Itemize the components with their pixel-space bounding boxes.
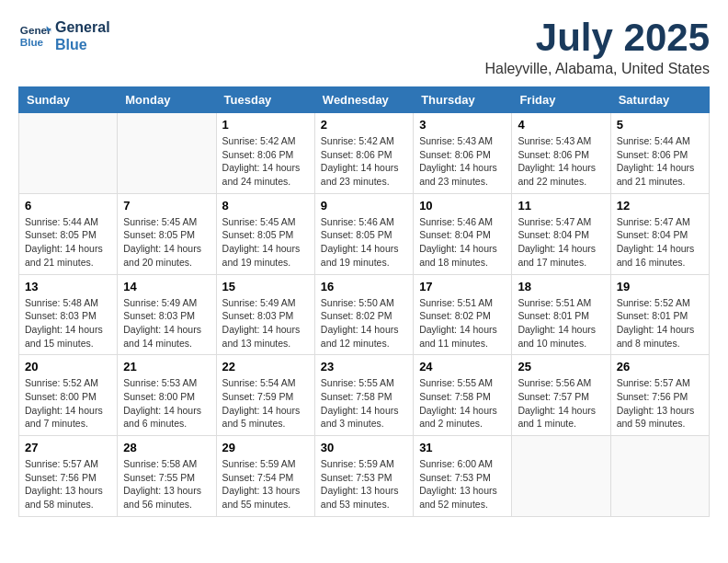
calendar-cell <box>19 113 118 194</box>
day-number: 23 <box>321 360 407 373</box>
day-info: Sunrise: 5:51 AM Sunset: 8:02 PM Dayligh… <box>419 296 506 350</box>
calendar-cell: 1Sunrise: 5:42 AM Sunset: 8:06 PM Daylig… <box>216 113 314 194</box>
calendar-cell: 9Sunrise: 5:46 AM Sunset: 8:05 PM Daylig… <box>314 193 413 274</box>
week-row-4: 20Sunrise: 5:52 AM Sunset: 8:00 PM Dayli… <box>19 355 710 436</box>
day-number: 9 <box>321 199 407 213</box>
day-info: Sunrise: 5:44 AM Sunset: 8:05 PM Dayligh… <box>25 215 111 270</box>
day-number: 19 <box>617 280 703 293</box>
calendar-cell: 28Sunrise: 5:58 AM Sunset: 7:55 PM Dayli… <box>118 436 216 517</box>
week-row-1: 1Sunrise: 5:42 AM Sunset: 8:06 PM Daylig… <box>19 113 710 194</box>
day-info: Sunrise: 5:51 AM Sunset: 8:01 PM Dayligh… <box>518 296 604 350</box>
calendar-cell: 13Sunrise: 5:48 AM Sunset: 8:03 PM Dayli… <box>19 274 118 355</box>
calendar-cell: 8Sunrise: 5:45 AM Sunset: 8:05 PM Daylig… <box>216 193 314 274</box>
logo-line2: Blue <box>55 36 110 53</box>
logo-line1: General <box>55 18 110 36</box>
day-number: 8 <box>222 199 309 213</box>
calendar-cell: 23Sunrise: 5:55 AM Sunset: 7:58 PM Dayli… <box>314 355 413 436</box>
day-number: 27 <box>25 441 111 454</box>
day-info: Sunrise: 5:46 AM Sunset: 8:04 PM Dayligh… <box>419 215 506 270</box>
calendar-cell: 11Sunrise: 5:47 AM Sunset: 8:04 PM Dayli… <box>512 193 610 274</box>
day-number: 24 <box>419 360 506 373</box>
calendar-cell: 22Sunrise: 5:54 AM Sunset: 7:59 PM Dayli… <box>216 355 314 436</box>
logo-icon: General Blue <box>18 19 51 52</box>
weekday-header-tuesday: Tuesday <box>216 87 314 113</box>
calendar-cell: 31Sunrise: 6:00 AM Sunset: 7:53 PM Dayli… <box>414 436 512 517</box>
calendar-cell <box>118 113 216 194</box>
calendar-table: SundayMondayTuesdayWednesdayThursdayFrid… <box>18 86 710 517</box>
day-info: Sunrise: 5:49 AM Sunset: 8:03 PM Dayligh… <box>222 296 309 350</box>
day-number: 29 <box>222 441 309 454</box>
calendar-cell: 29Sunrise: 5:59 AM Sunset: 7:54 PM Dayli… <box>216 436 314 517</box>
day-info: Sunrise: 5:52 AM Sunset: 8:01 PM Dayligh… <box>617 296 703 350</box>
location-title: Haleyville, Alabama, United States <box>484 61 710 77</box>
day-number: 2 <box>321 118 407 132</box>
day-info: Sunrise: 5:42 AM Sunset: 8:06 PM Dayligh… <box>222 134 309 189</box>
weekday-header-monday: Monday <box>118 87 216 113</box>
day-info: Sunrise: 6:00 AM Sunset: 7:53 PM Dayligh… <box>419 457 506 511</box>
day-number: 11 <box>518 199 604 213</box>
calendar-cell: 30Sunrise: 5:59 AM Sunset: 7:53 PM Dayli… <box>314 436 413 517</box>
day-info: Sunrise: 5:55 AM Sunset: 7:58 PM Dayligh… <box>321 376 407 431</box>
day-number: 21 <box>123 360 210 373</box>
day-info: Sunrise: 5:43 AM Sunset: 8:06 PM Dayligh… <box>419 134 506 189</box>
day-info: Sunrise: 5:47 AM Sunset: 8:04 PM Dayligh… <box>617 215 703 270</box>
day-info: Sunrise: 5:54 AM Sunset: 7:59 PM Dayligh… <box>222 376 309 431</box>
day-number: 26 <box>617 360 703 373</box>
day-info: Sunrise: 5:50 AM Sunset: 8:02 PM Dayligh… <box>321 296 407 350</box>
calendar-cell: 27Sunrise: 5:57 AM Sunset: 7:56 PM Dayli… <box>19 436 118 517</box>
calendar-cell: 2Sunrise: 5:42 AM Sunset: 8:06 PM Daylig… <box>314 113 413 194</box>
calendar-cell: 20Sunrise: 5:52 AM Sunset: 8:00 PM Dayli… <box>19 355 118 436</box>
calendar-cell <box>610 436 709 517</box>
day-number: 5 <box>617 118 703 132</box>
logo: General Blue General Blue <box>18 18 110 53</box>
calendar-cell: 12Sunrise: 5:47 AM Sunset: 8:04 PM Dayli… <box>610 193 709 274</box>
day-number: 18 <box>518 280 604 293</box>
day-number: 7 <box>123 199 210 213</box>
day-number: 31 <box>419 441 506 454</box>
day-info: Sunrise: 5:59 AM Sunset: 7:54 PM Dayligh… <box>222 457 309 511</box>
day-number: 25 <box>518 360 604 373</box>
day-number: 28 <box>123 441 210 454</box>
day-info: Sunrise: 5:45 AM Sunset: 8:05 PM Dayligh… <box>222 215 309 270</box>
day-info: Sunrise: 5:42 AM Sunset: 8:06 PM Dayligh… <box>321 134 407 189</box>
week-row-3: 13Sunrise: 5:48 AM Sunset: 8:03 PM Dayli… <box>19 274 710 355</box>
page-header: General Blue General Blue July 2025 Hale… <box>18 18 710 77</box>
day-number: 14 <box>123 280 210 293</box>
day-number: 10 <box>419 199 506 213</box>
weekday-header-row: SundayMondayTuesdayWednesdayThursdayFrid… <box>19 87 710 113</box>
week-row-5: 27Sunrise: 5:57 AM Sunset: 7:56 PM Dayli… <box>19 436 710 517</box>
calendar-cell: 18Sunrise: 5:51 AM Sunset: 8:01 PM Dayli… <box>512 274 610 355</box>
day-number: 20 <box>25 360 111 373</box>
calendar-cell: 14Sunrise: 5:49 AM Sunset: 8:03 PM Dayli… <box>118 274 216 355</box>
weekday-header-wednesday: Wednesday <box>314 87 413 113</box>
day-number: 12 <box>617 199 703 213</box>
day-number: 30 <box>321 441 407 454</box>
day-number: 15 <box>222 280 309 293</box>
title-block: July 2025 Haleyville, Alabama, United St… <box>484 18 710 77</box>
calendar-cell: 6Sunrise: 5:44 AM Sunset: 8:05 PM Daylig… <box>19 193 118 274</box>
month-title: July 2025 <box>484 18 710 57</box>
weekday-header-friday: Friday <box>512 87 610 113</box>
calendar-cell: 26Sunrise: 5:57 AM Sunset: 7:56 PM Dayli… <box>610 355 709 436</box>
svg-text:Blue: Blue <box>20 36 44 48</box>
day-info: Sunrise: 5:53 AM Sunset: 8:00 PM Dayligh… <box>123 376 210 431</box>
calendar-cell: 3Sunrise: 5:43 AM Sunset: 8:06 PM Daylig… <box>414 113 512 194</box>
day-info: Sunrise: 5:49 AM Sunset: 8:03 PM Dayligh… <box>123 296 210 350</box>
calendar-cell: 19Sunrise: 5:52 AM Sunset: 8:01 PM Dayli… <box>610 274 709 355</box>
day-number: 16 <box>321 280 407 293</box>
calendar-cell: 25Sunrise: 5:56 AM Sunset: 7:57 PM Dayli… <box>512 355 610 436</box>
day-number: 22 <box>222 360 309 373</box>
calendar-cell: 10Sunrise: 5:46 AM Sunset: 8:04 PM Dayli… <box>414 193 512 274</box>
calendar-cell <box>512 436 610 517</box>
calendar-cell: 16Sunrise: 5:50 AM Sunset: 8:02 PM Dayli… <box>314 274 413 355</box>
day-info: Sunrise: 5:57 AM Sunset: 7:56 PM Dayligh… <box>617 376 703 431</box>
day-number: 1 <box>222 118 309 132</box>
day-info: Sunrise: 5:57 AM Sunset: 7:56 PM Dayligh… <box>25 457 111 511</box>
day-info: Sunrise: 5:44 AM Sunset: 8:06 PM Dayligh… <box>617 134 703 189</box>
day-info: Sunrise: 5:48 AM Sunset: 8:03 PM Dayligh… <box>25 296 111 350</box>
week-row-2: 6Sunrise: 5:44 AM Sunset: 8:05 PM Daylig… <box>19 193 710 274</box>
day-info: Sunrise: 5:56 AM Sunset: 7:57 PM Dayligh… <box>518 376 604 431</box>
day-number: 3 <box>419 118 506 132</box>
day-info: Sunrise: 5:55 AM Sunset: 7:58 PM Dayligh… <box>419 376 506 431</box>
day-number: 17 <box>419 280 506 293</box>
